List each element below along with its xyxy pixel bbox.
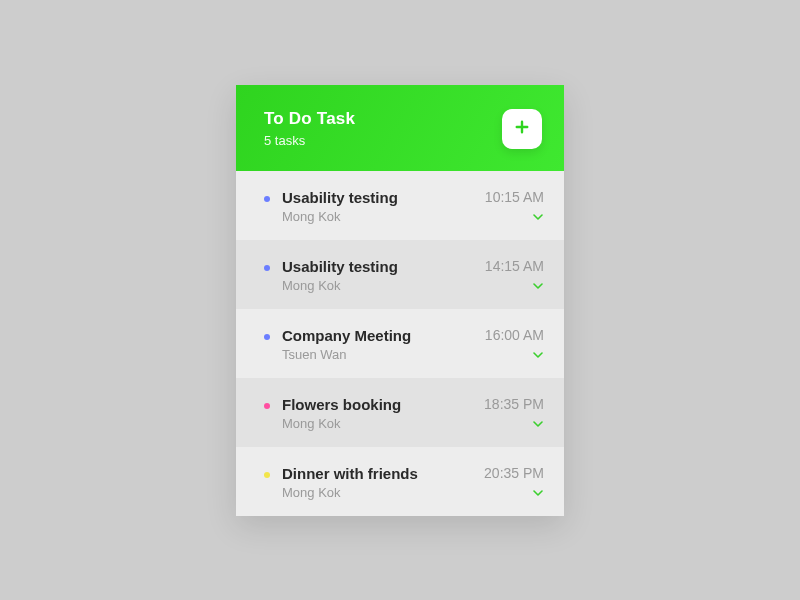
task-time: 18:35 PM — [484, 396, 544, 412]
task-right: 18:35 PM — [484, 396, 544, 430]
chevron-down-icon[interactable] — [532, 418, 544, 430]
task-time: 14:15 AM — [485, 258, 544, 274]
header-title: To Do Task — [264, 109, 355, 129]
task-main: Usability testing Mong Kok — [282, 189, 485, 224]
task-location: Mong Kok — [282, 278, 485, 293]
bullet-icon — [264, 472, 270, 478]
task-title: Company Meeting — [282, 327, 485, 344]
task-time: 16:00 AM — [485, 327, 544, 343]
task-location: Mong Kok — [282, 485, 484, 500]
chevron-down-icon[interactable] — [532, 487, 544, 499]
header-subtitle: 5 tasks — [264, 133, 355, 148]
task-title: Flowers booking — [282, 396, 484, 413]
task-title: Dinner with friends — [282, 465, 484, 482]
task-title: Usability testing — [282, 258, 485, 275]
task-item[interactable]: Usability testing Mong Kok 10:15 AM — [236, 171, 564, 240]
task-right: 10:15 AM — [485, 189, 544, 223]
bullet-icon — [264, 334, 270, 340]
task-item[interactable]: Dinner with friends Mong Kok 20:35 PM — [236, 447, 564, 516]
task-time: 20:35 PM — [484, 465, 544, 481]
chevron-down-icon[interactable] — [532, 349, 544, 361]
header-text: To Do Task 5 tasks — [264, 109, 355, 148]
task-time: 10:15 AM — [485, 189, 544, 205]
bullet-icon — [264, 265, 270, 271]
task-main: Usability testing Mong Kok — [282, 258, 485, 293]
task-location: Mong Kok — [282, 209, 485, 224]
task-item[interactable]: Usability testing Mong Kok 14:15 AM — [236, 240, 564, 309]
task-title: Usability testing — [282, 189, 485, 206]
task-list: Usability testing Mong Kok 10:15 AM Usab… — [236, 171, 564, 516]
bullet-icon — [264, 196, 270, 202]
chevron-down-icon[interactable] — [532, 211, 544, 223]
add-task-button[interactable] — [502, 109, 542, 149]
todo-card: To Do Task 5 tasks Usability testing Mon… — [236, 85, 564, 516]
card-header: To Do Task 5 tasks — [236, 85, 564, 171]
bullet-icon — [264, 403, 270, 409]
task-item[interactable]: Flowers booking Mong Kok 18:35 PM — [236, 378, 564, 447]
task-main: Dinner with friends Mong Kok — [282, 465, 484, 500]
task-main: Company Meeting Tsuen Wan — [282, 327, 485, 362]
task-location: Mong Kok — [282, 416, 484, 431]
plus-icon — [513, 118, 531, 140]
task-main: Flowers booking Mong Kok — [282, 396, 484, 431]
task-right: 14:15 AM — [485, 258, 544, 292]
task-location: Tsuen Wan — [282, 347, 485, 362]
task-right: 16:00 AM — [485, 327, 544, 361]
chevron-down-icon[interactable] — [532, 280, 544, 292]
task-right: 20:35 PM — [484, 465, 544, 499]
task-item[interactable]: Company Meeting Tsuen Wan 16:00 AM — [236, 309, 564, 378]
